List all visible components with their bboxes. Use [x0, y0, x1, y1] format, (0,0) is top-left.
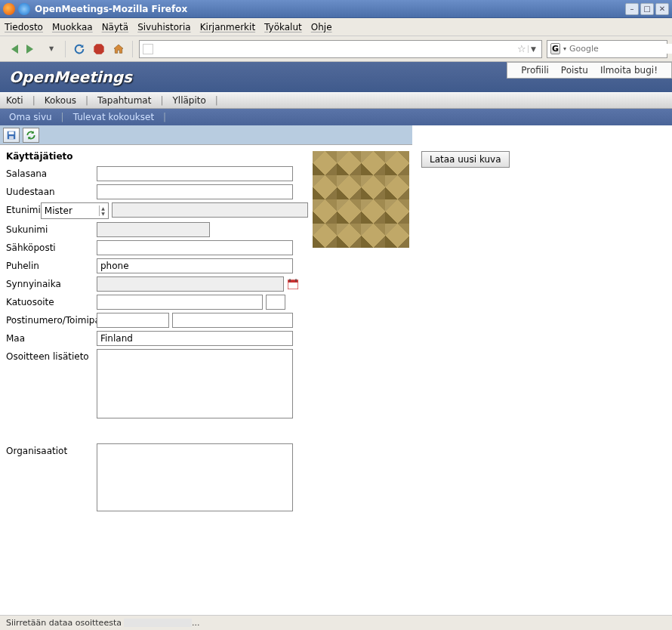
- menu-view[interactable]: Näytä: [102, 22, 129, 32]
- section-title: Käyttäjätieto: [6, 151, 301, 162]
- minimize-button[interactable]: –: [625, 3, 639, 15]
- search-input[interactable]: [569, 44, 672, 54]
- link-report-bug[interactable]: Ilmoita bugi!: [600, 65, 658, 76]
- street-no-input[interactable]: [266, 295, 285, 310]
- calendar-icon[interactable]: [287, 278, 299, 290]
- status-text: Siirretään dataa osoitteesta: [6, 618, 122, 628]
- extra-address-input[interactable]: [97, 349, 293, 418]
- password-input[interactable]: [97, 166, 293, 181]
- title-select-value: Mister: [45, 205, 72, 216]
- user-form: Käyttäjätieto Salasana Uudestaan Etunimi…: [6, 151, 301, 517]
- organisations-list[interactable]: [97, 443, 293, 511]
- search-box[interactable]: G ▾ 🔍: [547, 40, 667, 58]
- label-email: Sähköposti: [6, 240, 97, 253]
- avatar-image: [313, 151, 409, 248]
- city-input[interactable]: [172, 313, 293, 328]
- country-input[interactable]: [97, 331, 293, 346]
- tab-admin[interactable]: Ylläpito: [172, 95, 205, 106]
- window-titlebar: OpenMeetings-Mozilla Firefox – □ ✕: [0, 0, 672, 18]
- link-logout[interactable]: Poistu: [561, 65, 588, 76]
- street-input[interactable]: [97, 295, 263, 310]
- upload-avatar-button[interactable]: Lataa uusi kuva: [421, 151, 510, 168]
- back-button[interactable]: [5, 42, 20, 57]
- menu-tools[interactable]: Työkalut: [264, 22, 302, 32]
- label-orgs: Organisaatiot: [6, 443, 97, 456]
- label-extra: Osoitteen lisätieto: [6, 349, 97, 362]
- menu-bookmarks[interactable]: Kirjanmerkit: [200, 22, 255, 32]
- label-birthdate: Synnyinaika: [6, 276, 97, 289]
- menu-help[interactable]: Ohje: [311, 22, 332, 32]
- stop-button[interactable]: [91, 42, 106, 57]
- svg-rect-3: [9, 136, 14, 139]
- zip-input[interactable]: [97, 313, 169, 328]
- title-select[interactable]: Mister ▲▼: [41, 202, 109, 219]
- statusbar: Siirretään dataa osoitteesta ...: [0, 615, 672, 630]
- label-phone: Puhelin: [6, 258, 97, 271]
- tabs-secondary: Oma sivu| Tulevat kokoukset|: [0, 109, 672, 125]
- reload-button[interactable]: [72, 42, 87, 57]
- status-host-redacted: [124, 619, 192, 627]
- label-password: Salasana: [6, 166, 97, 179]
- app-header: OpenMeetings Profiili Poistu Ilmoita bug…: [0, 62, 672, 92]
- top-links: Profiili Poistu Ilmoita bugi!: [507, 62, 672, 79]
- svg-marker-0: [94, 44, 103, 54]
- label-firstname: Etunimi: [6, 202, 41, 215]
- refresh-button[interactable]: [23, 128, 39, 143]
- url-dropdown[interactable]: ▼: [528, 45, 538, 53]
- tabs-primary: Koti| Kokous| Tapahtumat| Ylläpito|: [0, 92, 672, 109]
- search-engine-dropdown[interactable]: ▾: [563, 45, 566, 52]
- label-lastname: Sukunimi: [6, 222, 97, 235]
- search-engine-icon[interactable]: G: [550, 43, 560, 54]
- forward-button[interactable]: [24, 42, 39, 57]
- app-toolbar: [0, 125, 412, 145]
- link-profile[interactable]: Profiili: [521, 65, 549, 76]
- page-icon: [143, 44, 153, 54]
- spinner-up-icon[interactable]: ▲: [101, 205, 105, 211]
- password-again-input[interactable]: [97, 184, 293, 199]
- window-title: OpenMeetings-Mozilla Firefox: [35, 4, 625, 14]
- svg-rect-2: [9, 131, 14, 134]
- birthdate-input[interactable]: [97, 276, 284, 292]
- spinner-down-icon[interactable]: ▼: [101, 211, 105, 216]
- tab-home[interactable]: Koti: [6, 95, 23, 106]
- phone-input[interactable]: [97, 258, 293, 273]
- firefox-icon: [3, 3, 15, 15]
- menu-edit[interactable]: Muokkaa: [52, 22, 93, 32]
- subtab-upcoming[interactable]: Tulevat kokoukset: [73, 112, 154, 122]
- label-country: Maa: [6, 331, 97, 344]
- forward-dropdown[interactable]: ▼: [44, 42, 59, 57]
- browser-toolbar: ▼ ☆ ▼ G ▾ 🔍: [0, 36, 672, 62]
- menu-history[interactable]: Sivuhistoria: [137, 22, 191, 32]
- status-suffix: ...: [192, 618, 200, 628]
- email-input[interactable]: [97, 240, 293, 255]
- label-again: Uudestaan: [6, 184, 97, 197]
- lastname-input[interactable]: [97, 222, 210, 237]
- app-brand: OpenMeetings: [9, 68, 132, 86]
- firstname-input[interactable]: [112, 202, 308, 218]
- url-bar[interactable]: ☆ ▼: [139, 40, 542, 58]
- maximize-button[interactable]: □: [640, 3, 654, 15]
- browser-menubar: Tiedosto Muokkaa Näytä Sivuhistoria Kirj…: [0, 18, 672, 36]
- label-street: Katuosoite: [6, 295, 97, 307]
- menu-file[interactable]: Tiedosto: [5, 22, 43, 32]
- close-button[interactable]: ✕: [655, 3, 669, 15]
- tab-events[interactable]: Tapahtumat: [97, 95, 151, 106]
- bookmark-star-icon[interactable]: ☆: [517, 43, 528, 54]
- tab-meeting[interactable]: Kokous: [45, 95, 76, 106]
- globe-icon: [18, 3, 30, 15]
- subtab-mypage[interactable]: Oma sivu: [9, 112, 52, 122]
- home-button[interactable]: [111, 42, 126, 57]
- save-button[interactable]: [3, 128, 20, 143]
- label-zip-city: Postinumero/Toimipaikka: [6, 313, 97, 326]
